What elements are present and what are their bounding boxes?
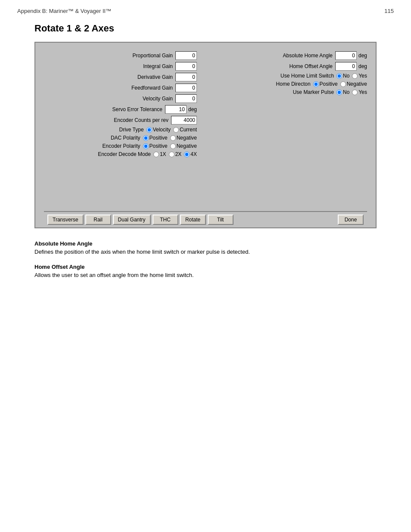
dac-polarity-group: Positive Negative: [143, 135, 197, 141]
servo-error-input[interactable]: [165, 105, 187, 114]
encoder-decode-1x-label: 1X: [160, 151, 166, 157]
use-home-limit-group: No Yes: [336, 73, 367, 79]
encoder-polarity-positive-option[interactable]: Positive: [143, 143, 168, 149]
dialog-box: Proportional Gain Integral Gain Derivati…: [34, 42, 377, 228]
use-marker-group: No Yes: [336, 89, 367, 95]
home-offset-unit: deg: [358, 63, 367, 69]
right-panel: Absolute Home Angle deg Home Offset Angl…: [206, 51, 367, 159]
use-marker-yes-radio[interactable]: [352, 90, 358, 95]
encoder-polarity-row: Encoder Polarity Positive Negative: [44, 143, 197, 149]
drive-type-current-radio[interactable]: [173, 127, 179, 133]
home-direction-negative-option[interactable]: Negative: [340, 81, 367, 87]
dual-gantry-button[interactable]: Dual Gantry: [113, 215, 151, 225]
proportional-gain-input[interactable]: [175, 51, 197, 60]
encoder-decode-4x-option[interactable]: 4X: [184, 151, 197, 157]
desc-0-title: Absolute Home Angle: [34, 240, 377, 247]
drive-type-row: Drive Type Velocity Current: [44, 127, 197, 133]
servo-error-label: Servo Error Tolerance: [112, 106, 162, 112]
abs-home-angle-input[interactable]: [335, 51, 357, 60]
use-marker-no-option[interactable]: No: [336, 89, 349, 95]
tilt-button[interactable]: Tilt: [208, 215, 234, 225]
desc-0-text: Defines the position of the axis when th…: [34, 249, 377, 255]
spacer: [44, 159, 367, 211]
feedforward-gain-label: Feedforward Gain: [131, 85, 173, 91]
encoder-decode-1x-radio[interactable]: [153, 152, 159, 157]
use-marker-no-radio[interactable]: [336, 90, 342, 95]
description-section: Absolute Home Angle Defines the position…: [34, 240, 377, 278]
encoder-polarity-negative-option[interactable]: Negative: [170, 143, 197, 149]
transverse-button[interactable]: Transverse: [47, 215, 84, 225]
home-direction-negative-radio[interactable]: [340, 81, 346, 87]
use-home-limit-label: Use Home Limit Switch: [280, 73, 334, 79]
home-direction-label: Home Directon: [276, 81, 311, 87]
button-bar: Transverse Rail Dual Gantry THC Rotate T…: [44, 211, 367, 227]
encoder-decode-label: Encoder Decode Mode: [98, 151, 151, 157]
home-direction-positive-label: Positive: [320, 81, 338, 87]
page-number: 115: [384, 8, 394, 14]
home-offset-label: Home Offset Angle: [289, 63, 333, 69]
done-button[interactable]: Done: [338, 215, 364, 225]
integral-gain-row: Integral Gain: [44, 62, 197, 71]
encoder-polarity-positive-radio[interactable]: [143, 143, 149, 149]
abs-home-angle-unit: deg: [358, 53, 367, 59]
encoder-polarity-negative-radio[interactable]: [170, 143, 176, 149]
dac-polarity-positive-option[interactable]: Positive: [143, 135, 168, 141]
servo-error-unit: deg: [188, 106, 197, 112]
desc-1: Home Offset Angle Allows the user to set…: [34, 264, 377, 278]
derivative-gain-input[interactable]: [175, 73, 197, 81]
rotate-button[interactable]: Rotate: [180, 215, 206, 225]
integral-gain-input[interactable]: [175, 62, 197, 71]
home-offset-row: Home Offset Angle deg: [214, 62, 367, 71]
encoder-decode-row: Encoder Decode Mode 1X 2X 4X: [44, 151, 197, 157]
use-home-limit-yes-radio[interactable]: [352, 73, 358, 79]
encoder-polarity-negative-label: Negative: [177, 143, 197, 149]
use-home-limit-no-label: No: [343, 73, 349, 79]
dac-polarity-positive-label: Positive: [149, 135, 168, 141]
drive-type-label: Drive Type: [119, 127, 143, 133]
use-home-limit-no-radio[interactable]: [336, 73, 342, 79]
encoder-decode-1x-option[interactable]: 1X: [153, 151, 166, 157]
velocity-gain-input[interactable]: [175, 94, 197, 103]
dac-polarity-positive-radio[interactable]: [143, 135, 149, 141]
encoder-decode-4x-radio[interactable]: [184, 152, 190, 157]
use-home-limit-yes-label: Yes: [358, 73, 367, 79]
abs-home-angle-row: Absolute Home Angle deg: [214, 51, 367, 60]
home-offset-input[interactable]: [335, 62, 357, 71]
dac-polarity-negative-label: Negative: [177, 135, 197, 141]
use-home-limit-yes-option[interactable]: Yes: [352, 73, 367, 79]
header-left: Appendix B: Mariner™ & Voyager II™: [17, 8, 111, 14]
home-direction-positive-option[interactable]: Positive: [313, 81, 338, 87]
encoder-decode-2x-radio[interactable]: [169, 152, 174, 157]
velocity-gain-row: Velocity Gain: [44, 94, 197, 103]
encoder-decode-4x-label: 4X: [190, 151, 197, 157]
feedforward-gain-row: Feedforward Gain: [44, 84, 197, 92]
rail-button[interactable]: Rail: [85, 215, 111, 225]
proportional-gain-row: Proportional Gain: [44, 51, 197, 60]
dac-polarity-row: DAC Polarity Positive Negative: [44, 135, 197, 141]
use-marker-yes-label: Yes: [358, 89, 367, 95]
desc-1-title: Home Offset Angle: [34, 264, 377, 270]
encoder-polarity-group: Positive Negative: [143, 143, 197, 149]
proportional-gain-label: Proportional Gain: [133, 53, 173, 59]
home-direction-positive-radio[interactable]: [313, 81, 319, 87]
drive-type-velocity-radio[interactable]: [146, 127, 152, 133]
encoder-polarity-label: Encoder Polarity: [103, 143, 140, 149]
use-marker-no-label: No: [343, 89, 349, 95]
feedforward-gain-input[interactable]: [175, 84, 197, 92]
abs-home-angle-label: Absolute Home Angle: [283, 53, 333, 59]
use-marker-yes-option[interactable]: Yes: [352, 89, 367, 95]
drive-type-current-option[interactable]: Current: [173, 127, 197, 133]
encoder-counts-input[interactable]: [171, 116, 197, 124]
thc-button[interactable]: THC: [153, 215, 178, 225]
drive-type-velocity-option[interactable]: Velocity: [146, 127, 171, 133]
encoder-decode-2x-option[interactable]: 2X: [169, 151, 182, 157]
use-marker-row: Use Marker Pulse No Yes: [214, 89, 367, 95]
use-home-limit-no-option[interactable]: No: [336, 73, 349, 79]
home-direction-negative-label: Negative: [347, 81, 367, 87]
encoder-counts-label: Encoder Counts per rev: [114, 117, 168, 123]
dac-polarity-negative-radio[interactable]: [170, 135, 176, 141]
desc-0: Absolute Home Angle Defines the position…: [34, 240, 377, 255]
home-direction-group: Positive Negative: [313, 81, 367, 87]
dac-polarity-label: DAC Polarity: [111, 135, 140, 141]
dac-polarity-negative-option[interactable]: Negative: [170, 135, 197, 141]
